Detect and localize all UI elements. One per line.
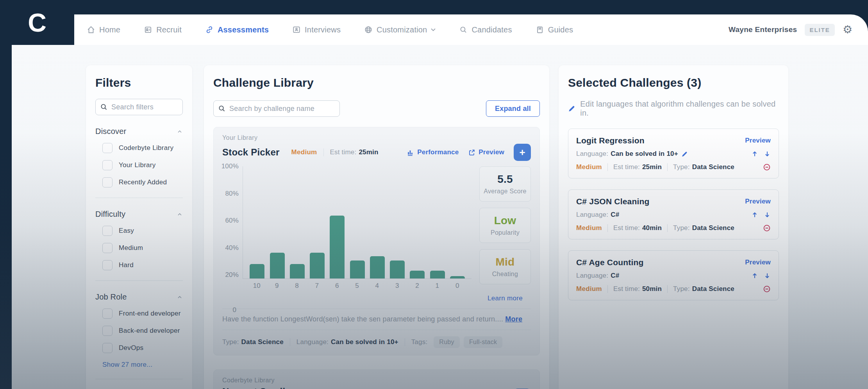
edit-languages-note[interactable]: Edit languages that algorithm challenges… xyxy=(568,100,779,118)
chart-x-label: 8 xyxy=(289,282,304,290)
est-time-label: Est time: xyxy=(330,148,357,156)
remove-challenge-icon[interactable] xyxy=(763,224,771,232)
language-label: Language: xyxy=(576,272,608,280)
move-up-icon[interactable] xyxy=(751,150,758,157)
chevron-up-icon[interactable] xyxy=(177,128,183,135)
account-name[interactable]: Wayne Enterprises xyxy=(729,25,797,34)
filters-search-input[interactable] xyxy=(95,99,183,115)
move-up-icon[interactable] xyxy=(751,272,758,279)
chart-bar xyxy=(270,253,285,278)
chart-x-label: 10 xyxy=(249,282,264,290)
type-value: Data Science xyxy=(692,163,734,171)
description-text: Have the function LongestWord(sen) take … xyxy=(222,315,503,323)
chart-bar xyxy=(290,264,305,278)
chart-y-tick: 100% xyxy=(221,162,239,170)
coderbyte-logo[interactable]: C xyxy=(23,9,51,36)
challenge-footer: Type:Data Science Language:Can be solved… xyxy=(222,330,531,348)
edit-language-pencil-icon[interactable] xyxy=(681,151,688,157)
chevron-up-icon[interactable] xyxy=(177,211,183,218)
move-down-icon[interactable] xyxy=(764,211,771,218)
library-search xyxy=(213,100,340,117)
divider xyxy=(607,163,608,171)
nav-label: Guides xyxy=(548,25,573,34)
filter-checkbox-front-end-developer[interactable]: Front-end developer xyxy=(95,309,183,319)
chart-x-label: 6 xyxy=(330,282,345,290)
challenge-source: Your Library xyxy=(222,134,531,141)
language-label: Language: xyxy=(576,150,608,158)
more-link[interactable]: More xyxy=(505,315,522,323)
chart-y-tick: 80% xyxy=(225,190,239,198)
chart-bar xyxy=(370,256,385,278)
learn-more-link[interactable]: Learn more xyxy=(479,294,531,302)
library-search-input[interactable] xyxy=(213,100,340,117)
remove-challenge-icon[interactable] xyxy=(763,163,771,171)
preview-link[interactable]: Preview xyxy=(745,198,771,205)
checkbox-label: Back-end developer xyxy=(119,327,180,335)
filter-checkbox-coderbyte-library[interactable]: Coderbyte Library xyxy=(95,143,183,153)
checkbox[interactable] xyxy=(102,343,113,353)
nav-item-customization[interactable]: Customization xyxy=(364,25,436,34)
search-icon xyxy=(100,103,108,111)
checkbox[interactable] xyxy=(102,260,113,270)
chart-x-label: 5 xyxy=(350,282,364,290)
pencil-icon xyxy=(568,105,575,112)
preview-link[interactable]: Preview xyxy=(468,148,504,156)
preview-link[interactable]: Preview xyxy=(745,259,771,266)
challenge-name: Nearest Smaller Values xyxy=(222,386,302,389)
checkbox[interactable] xyxy=(102,309,113,319)
chart-x-label: 3 xyxy=(390,282,405,290)
chevron-up-icon[interactable] xyxy=(177,294,183,300)
checkbox[interactable] xyxy=(102,143,113,153)
preview-link[interactable]: Preview xyxy=(745,137,771,145)
nav-item-home[interactable]: Home xyxy=(87,25,120,34)
settings-gear-icon[interactable]: ⚙ xyxy=(843,24,852,35)
performance-link[interactable]: Performance xyxy=(407,148,459,156)
checkbox-label: Medium xyxy=(119,244,143,252)
checkbox[interactable] xyxy=(102,226,113,236)
logo-chevron-dots-icon xyxy=(35,18,41,27)
divider xyxy=(405,338,405,346)
chart-x-label: 2 xyxy=(410,282,425,290)
stat-label: Cheating xyxy=(483,271,527,278)
checkbox[interactable] xyxy=(102,243,113,253)
challenge-card-stock-picker: Your Library Stock Picker Medium Est tim… xyxy=(213,127,540,355)
language-label: Language: xyxy=(576,211,608,219)
nav-item-interviews[interactable]: Interviews xyxy=(292,25,341,34)
nav-label: Interviews xyxy=(305,25,341,34)
type-value: Data Science xyxy=(692,224,734,232)
checkbox[interactable] xyxy=(102,326,113,336)
nav-item-recruit[interactable]: Recruit xyxy=(144,25,182,34)
add-challenge-button[interactable]: + xyxy=(514,144,531,161)
filter-section-discover: Discover Coderbyte Library Your Library … xyxy=(95,127,183,198)
assessments-icon xyxy=(205,25,214,34)
chart-x-label: 4 xyxy=(370,282,384,290)
move-down-icon[interactable] xyxy=(764,150,771,157)
filter-checkbox-hard[interactable]: Hard xyxy=(95,260,183,270)
checkbox[interactable] xyxy=(102,177,113,187)
divider xyxy=(667,285,668,293)
chart-x-label: 9 xyxy=(270,282,284,290)
popularity-stat: Low Popularity xyxy=(479,208,531,243)
remove-challenge-icon[interactable] xyxy=(763,285,771,293)
checkbox[interactable] xyxy=(102,160,113,170)
filter-checkbox-your-library[interactable]: Your Library xyxy=(95,160,183,170)
chart-bar xyxy=(310,253,325,278)
filter-checkbox-back-end-developer[interactable]: Back-end developer xyxy=(95,326,183,336)
type-value: Data Science xyxy=(241,338,284,346)
move-down-icon[interactable] xyxy=(764,272,771,279)
show-more-roles-link[interactable]: Show 27 more... xyxy=(102,361,183,369)
nav-item-guides[interactable]: Guides xyxy=(536,25,573,34)
move-up-icon[interactable] xyxy=(751,211,758,218)
selected-challenge-name: Logit Regression xyxy=(576,136,645,145)
filter-checkbox-easy[interactable]: Easy xyxy=(95,226,183,236)
brand-block: C xyxy=(0,0,74,45)
stat-value: 5.5 xyxy=(483,173,527,186)
filter-checkbox-devops[interactable]: DevOps xyxy=(95,343,183,353)
search-icon xyxy=(218,105,226,112)
filter-checkbox-recently-added[interactable]: Recently Added xyxy=(95,177,183,187)
expand-all-button[interactable]: Expand all xyxy=(486,100,540,117)
filter-checkbox-medium[interactable]: Medium xyxy=(95,243,183,253)
nav-item-candidates[interactable]: Candidates xyxy=(459,25,512,34)
nav-item-assessments[interactable]: Assessments xyxy=(205,25,269,34)
language-label: Language: xyxy=(296,338,329,346)
